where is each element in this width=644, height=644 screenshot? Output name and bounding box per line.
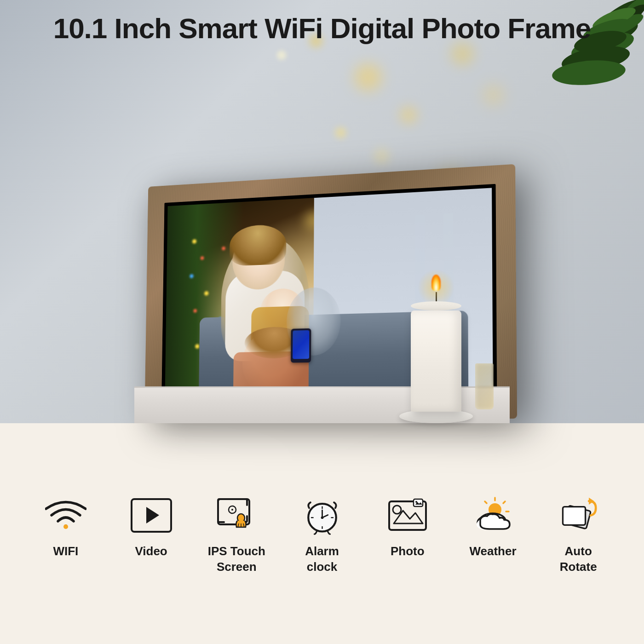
- svg-point-32: [415, 501, 417, 503]
- feature-wifi: WIFI: [23, 492, 109, 559]
- alarm-label: Alarmclock: [305, 544, 339, 575]
- feature-photo: Photo: [365, 492, 450, 559]
- touch-screen-icon: [213, 492, 259, 538]
- frame-scene: [134, 49, 510, 423]
- vase-decoration: [473, 363, 496, 423]
- photo-icon: [385, 492, 431, 538]
- wifi-icon: [43, 492, 89, 538]
- feature-touch: IPS TouchScreen: [194, 492, 279, 575]
- video-label: Video: [135, 544, 167, 559]
- rotate-icon: [555, 492, 601, 538]
- svg-line-34: [503, 501, 505, 503]
- feature-video: Video: [109, 492, 194, 559]
- page-title: 10.1 Inch Smart WiFi Digital Photo Frame: [53, 13, 591, 44]
- candle-body: [411, 310, 461, 412]
- feature-alarm: Alarmclock: [279, 492, 365, 575]
- vase-body: [475, 363, 494, 409]
- top-section: 10.1 Inch Smart WiFi Digital Photo Frame: [0, 0, 644, 423]
- bottom-section: WIFI Video: [0, 423, 644, 644]
- svg-rect-44: [563, 506, 586, 525]
- candle-decoration: [399, 292, 473, 423]
- alarm-clock-icon: [299, 492, 345, 538]
- title-area: 10.1 Inch Smart WiFi Digital Photo Frame: [44, 0, 600, 49]
- svg-rect-13: [218, 499, 249, 524]
- main-container: 10.1 Inch Smart WiFi Digital Photo Frame: [0, 0, 644, 644]
- features-row: WIFI Video: [23, 492, 621, 575]
- photo-label: Photo: [391, 544, 425, 559]
- play-triangle: [146, 507, 159, 523]
- touch-label: IPS TouchScreen: [208, 544, 265, 575]
- rotate-label: AutoRotate: [560, 544, 597, 575]
- svg-line-36: [485, 501, 487, 503]
- feature-weather: Weather: [450, 492, 536, 559]
- svg-point-28: [321, 516, 323, 519]
- candle-wick: [436, 292, 437, 301]
- svg-point-12: [63, 524, 68, 529]
- wifi-label: WIFI: [53, 544, 78, 559]
- weather-icon: [470, 492, 516, 538]
- svg-point-30: [393, 506, 401, 514]
- candle-flame: [431, 275, 441, 291]
- candle-top: [411, 301, 461, 310]
- svg-point-19: [231, 509, 233, 511]
- weather-label: Weather: [469, 544, 516, 559]
- video-icon: [128, 492, 174, 538]
- feature-rotate: AutoRotate: [535, 492, 621, 575]
